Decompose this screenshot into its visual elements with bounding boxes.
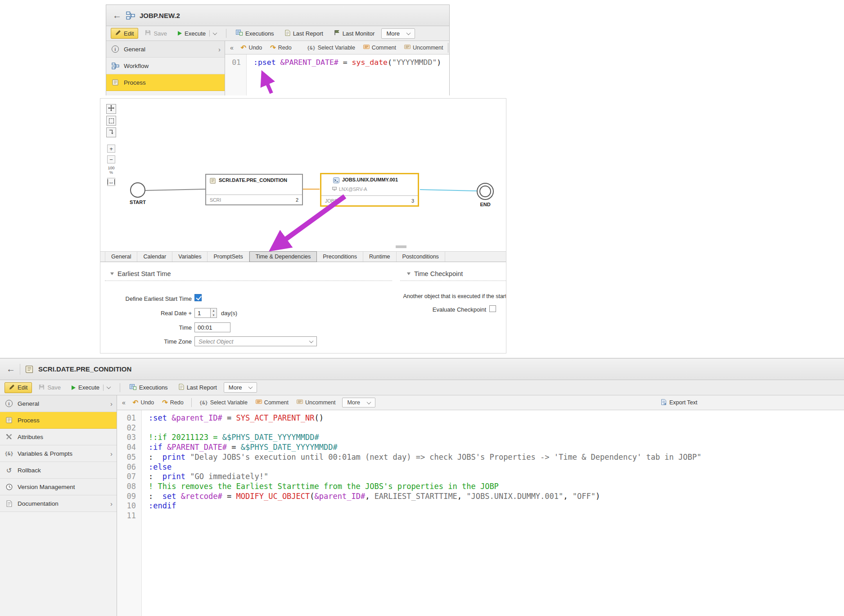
- uncomment-button[interactable]: Uncomment: [293, 399, 339, 407]
- monitor-flag-icon: [334, 30, 340, 37]
- document-icon: [5, 500, 14, 507]
- executions-button[interactable]: Executions: [232, 28, 278, 38]
- redo-button[interactable]: ↷ Redo: [267, 43, 294, 53]
- back-icon[interactable]: ←: [113, 10, 122, 21]
- tab-runtime[interactable]: Runtime: [363, 252, 397, 262]
- comment-button[interactable]: Comment: [253, 399, 292, 407]
- chevron-down-icon: [107, 385, 111, 389]
- spinner-down-icon[interactable]: ▼: [212, 314, 215, 317]
- back-icon[interactable]: ←: [6, 364, 15, 374]
- days-label: day(s): [221, 310, 248, 317]
- more-dropdown[interactable]: More: [381, 28, 415, 39]
- undo-button[interactable]: ↶ Undo: [130, 398, 157, 408]
- tab-variables[interactable]: Variables: [172, 252, 208, 262]
- sidebar-item-workflow[interactable]: Workflow: [106, 58, 225, 74]
- sidebar-item-documentation[interactable]: Documentation ›: [0, 495, 117, 512]
- sidebar-item-rollback[interactable]: ↺ Rollback: [0, 462, 117, 479]
- horizontal-scrollbar-thumb[interactable]: [396, 245, 406, 248]
- tab-preconditions[interactable]: Preconditions: [317, 252, 363, 262]
- real-date-stepper[interactable]: ▲ ▼: [211, 308, 217, 318]
- undo-icon: ↶: [241, 44, 247, 52]
- sidebar-item-general[interactable]: i General ›: [0, 395, 117, 412]
- spinner-up-icon[interactable]: ▲: [212, 309, 215, 312]
- tab-postconditions[interactable]: Postconditions: [397, 252, 445, 262]
- tab-general[interactable]: General: [105, 252, 137, 262]
- jobp-editor-window: ← JOBP.NEW.2 Edit Save Execute Execution…: [106, 5, 450, 95]
- sidebar-item-general[interactable]: i General ›: [106, 41, 225, 58]
- scri-toolbar: Edit Save Execute Executions Last Report…: [0, 380, 844, 395]
- jobs-node[interactable]: JOBS.UNIX.DUMMY.001 LNX@SRV-A JOBS 3: [320, 173, 419, 207]
- select-variable-button[interactable]: {&} Select Variable: [196, 399, 251, 407]
- save-button[interactable]: Save: [35, 383, 65, 393]
- sidebar-item-variables-prompts[interactable]: {&} Variables & Prompts ›: [0, 445, 117, 462]
- execute-button[interactable]: Execute: [68, 383, 114, 392]
- select-variable-button[interactable]: {&} Select Variable: [304, 44, 358, 52]
- tab-calendar[interactable]: Calendar: [137, 252, 172, 262]
- execute-button[interactable]: Execute: [174, 29, 221, 38]
- evaluate-checkpoint-checkbox[interactable]: [489, 305, 496, 312]
- export-text-button[interactable]: Export Text: [661, 399, 697, 407]
- last-report-button[interactable]: Last Report: [175, 382, 221, 393]
- collapse-panel-icon[interactable]: «: [228, 44, 236, 51]
- more-button[interactable]: [448, 43, 448, 53]
- redo-button[interactable]: ↷ Redo: [159, 398, 186, 408]
- section-collapse-icon: [110, 272, 114, 275]
- last-monitor-button[interactable]: Last Monitor: [330, 28, 379, 38]
- braces-icon: {&}: [307, 45, 316, 50]
- time-zone-label: Time Zone: [100, 338, 192, 345]
- scri-sidebar: i General › Process Attributes {&} Varia…: [0, 395, 117, 616]
- scroll-icon: [5, 417, 14, 424]
- workflow-canvas[interactable]: + − 100 % ↔ START SCRI.DATE.PRE_CONDITIO…: [100, 99, 506, 251]
- uncomment-button[interactable]: Uncomment: [401, 44, 446, 52]
- collapse-panel-icon[interactable]: «: [120, 399, 128, 406]
- braces-icon: {&}: [199, 400, 208, 405]
- more-dropdown[interactable]: More: [224, 382, 257, 393]
- comment-button[interactable]: Comment: [360, 44, 399, 52]
- info-icon: i: [111, 45, 120, 53]
- real-date-input[interactable]: 1: [194, 308, 211, 318]
- tab-promptsets[interactable]: PromptSets: [208, 252, 249, 262]
- time-zone-select[interactable]: Select Object: [194, 336, 317, 346]
- scri-code-editor[interactable]: 0102030405060708091011 :set &parent_ID# …: [117, 410, 844, 616]
- save-button[interactable]: Save: [141, 28, 171, 38]
- time-checkpoint-section-header[interactable]: Time Checkpoint: [407, 270, 463, 277]
- jobp-titlebar: ← JOBP.NEW.2: [106, 5, 449, 26]
- start-node-label: START: [120, 199, 156, 205]
- scri-editor-window: ← SCRI.DATE.PRE_CONDITION Edit Save Exec…: [0, 358, 844, 616]
- tab-time-dependencies[interactable]: Time & Dependencies: [249, 251, 317, 262]
- more-dropdown[interactable]: More: [342, 398, 375, 408]
- evaluate-checkpoint-label: Evaluate Checkpoint: [391, 306, 486, 313]
- sidebar-item-version-management[interactable]: Version Management: [0, 479, 117, 495]
- code-lines[interactable]: :pset &PARENT_DATE# = sys_date("YYYYMMDD…: [247, 54, 441, 95]
- uncomment-icon: [297, 399, 303, 406]
- define-earliest-start-time-checkbox[interactable]: [194, 294, 202, 301]
- node-title: JOBS.UNIX.DUMMY.001: [342, 177, 398, 183]
- chevron-right-icon: ›: [110, 400, 113, 408]
- sidebar-item-attributes[interactable]: Attributes: [0, 429, 117, 445]
- edit-button[interactable]: Edit: [5, 382, 32, 393]
- redo-icon: ↷: [270, 44, 276, 52]
- start-node[interactable]: [130, 182, 145, 198]
- edit-button[interactable]: Edit: [111, 28, 138, 39]
- chevron-right-icon: ›: [218, 45, 221, 53]
- last-report-button[interactable]: Last Report: [281, 28, 327, 39]
- jobp-code-editor[interactable]: 01 :pset &PARENT_DATE# = sys_date("YYYYM…: [225, 54, 449, 95]
- sidebar-item-process[interactable]: Process: [0, 412, 117, 429]
- code-lines[interactable]: :set &parent_ID# = SYS_ACT_PARENT_NR() !…: [142, 410, 701, 616]
- time-input[interactable]: 00:01: [194, 322, 230, 332]
- info-icon: i: [5, 400, 14, 407]
- undo-button[interactable]: ↶ Undo: [238, 43, 265, 53]
- scri-code-pane: « ↶ Undo ↷ Redo {&} Select Variable Comm…: [117, 395, 844, 616]
- executions-icon: [130, 384, 136, 391]
- scri-node[interactable]: SCRI.DATE.PRE_CONDITION SCRI 2: [205, 174, 303, 205]
- divider: [191, 398, 192, 407]
- tools-icon: [5, 434, 14, 440]
- chevron-down-icon: [366, 400, 371, 404]
- floppy-icon: [145, 30, 151, 37]
- executions-button[interactable]: Executions: [126, 383, 172, 393]
- node-agent: LNX@SRV-A: [339, 186, 367, 192]
- earliest-start-time-section-header[interactable]: Earliest Start Time: [110, 270, 171, 277]
- floppy-icon: [39, 384, 45, 391]
- chevron-right-icon: ›: [110, 500, 113, 507]
- sidebar-item-process[interactable]: Process: [106, 74, 225, 91]
